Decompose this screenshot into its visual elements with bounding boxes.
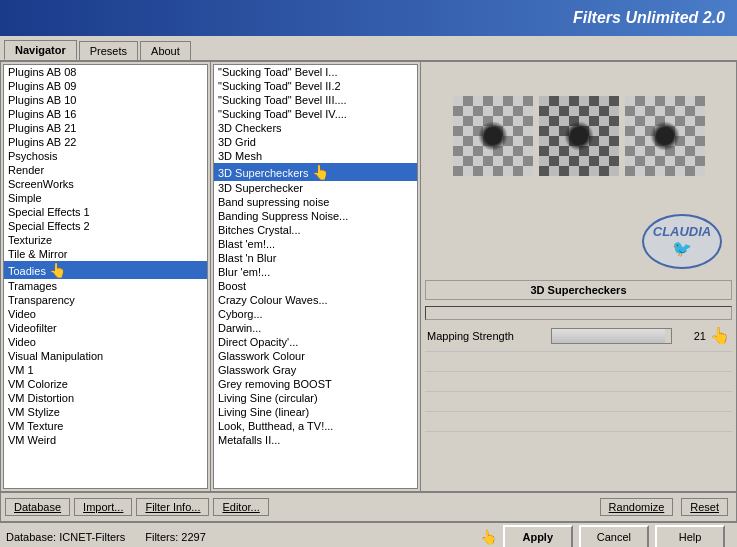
filter-item-13[interactable]: Blast 'em!... [214,237,417,251]
category-item-13[interactable]: Texturize [4,233,207,247]
category-item-14[interactable]: Tile & Mirror [4,247,207,261]
filter-item-11[interactable]: Banding Suppress Noise... [214,209,417,223]
filter-item-4[interactable]: "Sucking Toad" Bevel IV.... [214,107,417,121]
param-row-mapping: Mapping Strength 21 👆 [425,322,732,349]
filter-item-21[interactable]: Glasswork Colour [214,349,417,363]
filter-item-26[interactable]: Look, Butthead, a TV!... [214,419,417,433]
editor-button[interactable]: Editor... [213,498,268,516]
category-item-12[interactable]: Special Effects 2 [4,219,207,233]
filter-item-20[interactable]: Direct Opacity'... [214,335,417,349]
watermark: CLAUDIA 🐦 [642,214,722,269]
status-db: Database: ICNET-Filters [6,531,125,543]
category-item-4[interactable]: Plugins AB 16 [4,107,207,121]
category-item-1[interactable]: Plugins AB 08 [4,65,207,79]
main-content: Plugins AB 08Plugins AB 09Plugins AB 10P… [0,62,737,492]
filter-list[interactable]: "Sucking Toad" Bevel I..."Sucking Toad" … [213,64,418,489]
category-item-2[interactable]: Plugins AB 09 [4,79,207,93]
filter-item-1[interactable]: "Sucking Toad" Bevel I... [214,65,417,79]
category-item-21[interactable]: Visual Manipulation [4,349,207,363]
category-item-27[interactable]: VM Weird [4,433,207,447]
category-item-10[interactable]: Simple [4,191,207,205]
param-label-mapping: Mapping Strength [427,330,547,342]
category-item-16[interactable]: Tramages [4,279,207,293]
category-item-6[interactable]: Plugins AB 22 [4,135,207,149]
category-item-15[interactable]: Toadies 👆 [4,261,207,279]
category-item-24[interactable]: VM Distortion [4,391,207,405]
toolbar-right: Randomize Reset [600,498,732,516]
filter-item-5[interactable]: 3D Checkers [214,121,417,135]
watermark-text: CLAUDIA [653,224,712,239]
mapping-arrow-icon: 👆 [710,326,730,345]
filter-item-27[interactable]: Metafalls II... [214,433,417,447]
filter-item-3[interactable]: "Sucking Toad" Bevel III.... [214,93,417,107]
title-bar: Filters Unlimited 2.0 [0,0,737,36]
middle-panel: "Sucking Toad" Bevel I..."Sucking Toad" … [211,62,421,491]
randomize-button[interactable]: Randomize [600,498,674,516]
category-item-26[interactable]: VM Texture [4,419,207,433]
status-filters-value: 2297 [181,531,205,543]
action-buttons: 👆 Apply Cancel Help [226,525,731,548]
param-slider-fill [552,329,665,343]
param-section: Mapping Strength 21 👆 [425,322,732,487]
help-button[interactable]: Help [655,525,725,548]
cancel-button[interactable]: Cancel [579,525,649,548]
apply-button[interactable]: Apply [503,525,573,548]
apply-arrow-icon: 👆 [480,529,497,545]
category-item-18[interactable]: Video [4,307,207,321]
category-item-3[interactable]: Plugins AB 10 [4,93,207,107]
preview-thumb-2 [539,96,619,176]
filter-item-24[interactable]: Living Sine (circular) [214,391,417,405]
preview-thumb-1 [453,96,533,176]
filter-item-8[interactable]: 3D Supercheckers 👆 [214,163,417,181]
category-item-25[interactable]: VM Stylize [4,405,207,419]
category-item-8[interactable]: Render [4,163,207,177]
filter-item-6[interactable]: 3D Grid [214,135,417,149]
filter-item-12[interactable]: Bitches Crystal... [214,223,417,237]
filter-item-17[interactable]: Crazy Colour Waves... [214,293,417,307]
filter-item-14[interactable]: Blast 'n Blur [214,251,417,265]
filter-item-25[interactable]: Living Sine (linear) [214,405,417,419]
app-title: Filters Unlimited 2.0 [573,9,725,27]
reset-button[interactable]: Reset [681,498,728,516]
param-value-mapping: 21 [676,330,706,342]
status-db-value: ICNET-Filters [59,531,125,543]
filter-item-15[interactable]: Blur 'em!... [214,265,417,279]
preview-area [425,66,732,206]
status-db-label: Database: [6,531,56,543]
category-item-5[interactable]: Plugins AB 21 [4,121,207,135]
filter-name-display: 3D Supercheckers [425,280,732,300]
tab-navigator[interactable]: Navigator [4,40,77,60]
checker-preview [453,96,705,176]
filter-item-2[interactable]: "Sucking Toad" Bevel II.2 [214,79,417,93]
category-item-22[interactable]: VM 1 [4,363,207,377]
category-item-11[interactable]: Special Effects 1 [4,205,207,219]
left-panel: Plugins AB 08Plugins AB 09Plugins AB 10P… [1,62,211,491]
database-button[interactable]: Database [5,498,70,516]
filter-item-19[interactable]: Darwin... [214,321,417,335]
status-filters: Filters: 2297 [145,531,206,543]
import-button[interactable]: Import... [74,498,132,516]
filter-info-button[interactable]: Filter Info... [136,498,209,516]
category-item-20[interactable]: Video [4,335,207,349]
param-slider-mapping[interactable] [551,328,672,344]
right-panel: CLAUDIA 🐦 3D Supercheckers Mapping Stren… [421,62,736,491]
filter-item-7[interactable]: 3D Mesh [214,149,417,163]
category-item-19[interactable]: Videofilter [4,321,207,335]
category-item-23[interactable]: VM Colorize [4,377,207,391]
filter-item-9[interactable]: 3D Superchecker [214,181,417,195]
filter-item-18[interactable]: Cyborg... [214,307,417,321]
preview-thumb-3 [625,96,705,176]
filter-item-23[interactable]: Grey removing BOOST [214,377,417,391]
filter-item-10[interactable]: Band supressing noise [214,195,417,209]
category-item-7[interactable]: Psychosis [4,149,207,163]
category-item-9[interactable]: ScreenWorks [4,177,207,191]
tab-bar: Navigator Presets About [0,36,737,62]
filter-item-22[interactable]: Glasswork Gray [214,363,417,377]
category-list[interactable]: Plugins AB 08Plugins AB 09Plugins AB 10P… [3,64,208,489]
tab-about[interactable]: About [140,41,191,60]
status-bar: Database: ICNET-Filters Filters: 2297 👆 … [0,522,737,547]
filter-item-16[interactable]: Boost [214,279,417,293]
tab-presets[interactable]: Presets [79,41,138,60]
category-item-17[interactable]: Transparency [4,293,207,307]
bottom-toolbar: Database Import... Filter Info... Editor… [0,492,737,522]
